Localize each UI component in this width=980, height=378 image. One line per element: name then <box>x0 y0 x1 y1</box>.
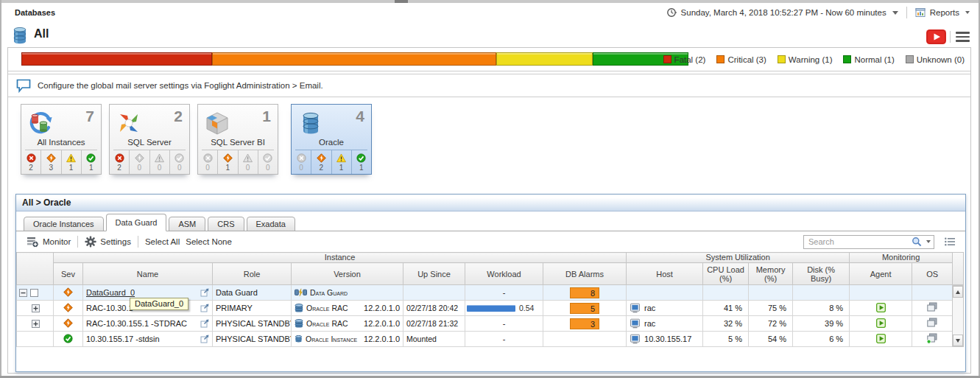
status-count: 3 <box>49 164 54 172</box>
version-cell: Oracle RAC 12.2.0.1.0 <box>292 301 403 316</box>
up-since-cell: Mounted <box>403 332 465 347</box>
tab-crs[interactable]: CRS <box>208 217 244 231</box>
agent-icon[interactable] <box>876 334 886 343</box>
column-header-version[interactable]: Version <box>292 263 403 285</box>
search-box <box>803 235 934 249</box>
search-input[interactable] <box>807 237 909 247</box>
table-row: RAC-10.30.155.1 -STDRAC PHYSICAL STANDBY… <box>17 316 953 332</box>
window-top-edge <box>0 0 980 3</box>
column-header-db-alarms[interactable]: DB Alarms <box>543 263 627 285</box>
tile-sql-server[interactable]: 2 SQL Server 2 0 0 0 <box>109 104 190 175</box>
row-checkbox[interactable] <box>30 289 38 297</box>
column-header-agent[interactable]: Agent <box>850 263 912 285</box>
column-header-sev[interactable]: Sev <box>54 263 83 285</box>
tab-exadata[interactable]: Exadata <box>247 217 295 231</box>
warning-swatch-icon <box>778 55 786 63</box>
select-all-button[interactable]: Select All <box>142 237 183 246</box>
expand-icon[interactable] <box>32 304 40 312</box>
collapse-icon[interactable] <box>19 289 27 297</box>
version-cell: Oracle Instance 12.2.0.1.0 <box>292 332 403 347</box>
scroll-up-button[interactable] <box>953 286 963 298</box>
reports-caret-icon[interactable] <box>965 11 970 14</box>
up-since-cell: 02/27/18 20:42 <box>403 301 465 316</box>
workload-bar <box>467 305 515 312</box>
severity-cell <box>54 301 83 316</box>
external-link-icon[interactable] <box>200 304 209 312</box>
select-none-button[interactable]: Select None <box>183 237 235 246</box>
column-header-workload[interactable]: Workload <box>465 263 543 285</box>
oracle-rac-icon <box>295 319 303 328</box>
status-cell-warning: 1 <box>61 150 81 174</box>
status-count: 2 <box>117 164 121 172</box>
content-frame: Fatal (2) Critical (3) Warning (1) Norma… <box>7 47 971 374</box>
tile-all-instances[interactable]: 7 All Instances 2 3 1 1 <box>21 104 102 175</box>
header-filler <box>952 252 964 285</box>
expand-icon[interactable] <box>32 320 40 328</box>
search-caret-icon[interactable] <box>926 240 931 243</box>
tile-statuses: 2 3 1 1 <box>21 150 101 174</box>
monitor-icon <box>27 236 39 248</box>
os-cell <box>912 285 953 301</box>
os-icon[interactable] <box>926 333 938 344</box>
sql-server-bi-icon <box>204 110 230 136</box>
instance-name-link[interactable]: RAC-10.30.155.1 -STDRAC <box>86 319 197 328</box>
status-count: 2 <box>320 164 324 172</box>
os-icon[interactable] <box>926 318 938 329</box>
customize-icon[interactable] <box>944 237 956 247</box>
tile-count: 2 <box>174 108 183 125</box>
external-link-icon[interactable] <box>200 319 209 328</box>
message-icon <box>16 79 31 93</box>
column-header-up-since[interactable]: Up Since <box>403 263 465 285</box>
db-alarms-badge[interactable]: 8 <box>570 287 599 298</box>
tab-oracle-instances[interactable]: Oracle Instances <box>24 217 104 231</box>
tab-bar: Oracle InstancesData GuardASMCRSExadata <box>16 211 965 231</box>
tile-sql-server-bi[interactable]: 1 SQL Server BI 0 1 0 0 <box>197 104 278 175</box>
vertical-scrollbar[interactable] <box>952 285 964 347</box>
external-link-icon[interactable] <box>200 335 209 343</box>
db-alarms-badge[interactable]: 3 <box>570 318 599 329</box>
settings-button[interactable]: Settings <box>82 236 134 248</box>
search-icon[interactable] <box>912 237 922 247</box>
column-header-role[interactable]: Role <box>213 263 292 285</box>
normal-icon <box>356 153 366 163</box>
external-link-icon[interactable] <box>200 288 209 297</box>
tab-data-guard[interactable]: Data Guard <box>106 214 167 231</box>
reports-button[interactable]: Reports <box>930 8 959 17</box>
agent-icon[interactable] <box>876 318 886 328</box>
tab-asm[interactable]: ASM <box>169 217 205 231</box>
status-cell-critical: 3 <box>40 150 60 174</box>
column-header-os[interactable]: OS <box>912 263 953 285</box>
os-cell <box>912 316 953 332</box>
version-cell: Oracle RAC 12.2.0.1.0 <box>292 316 403 332</box>
fatal-icon <box>203 153 213 163</box>
video-icon[interactable] <box>926 29 946 44</box>
menu-icon[interactable] <box>954 30 971 43</box>
warning-bar-segment[interactable] <box>496 52 592 66</box>
status-cell-critical: 0 <box>129 150 149 174</box>
tile-oracle[interactable]: 4 Oracle 0 2 1 1 <box>291 104 372 175</box>
column-header-cpu-load-[interactable]: CPU Load (%) <box>703 263 749 285</box>
instance-name-link[interactable]: DataGuard_0 <box>86 288 197 297</box>
column-header-host[interactable]: Host <box>627 263 703 285</box>
column-header-memory-[interactable]: Memory (%) <box>749 263 793 285</box>
admin-message-row: Configure the global mail server setting… <box>8 74 970 97</box>
status-count: 1 <box>69 164 74 172</box>
monitor-button[interactable]: Monitor <box>24 236 74 248</box>
fatal-bar-segment[interactable] <box>21 52 212 66</box>
name-tooltip: DataGuard_0 <box>130 298 188 310</box>
product-name: Oracle RAC <box>306 319 348 328</box>
instance-name-link[interactable]: 10.30.155.17 -stdsin <box>86 335 197 343</box>
scroll-down-button[interactable] <box>953 335 963 346</box>
agent-icon[interactable] <box>876 303 886 312</box>
time-range-label[interactable]: Sunday, March 4, 2018 10:52:27 PM - Now … <box>681 8 886 17</box>
tile-count: 1 <box>262 108 271 125</box>
memory-cell <box>749 285 793 301</box>
time-range-caret-icon[interactable] <box>892 11 898 15</box>
agent-cell <box>850 332 912 347</box>
column-header-name[interactable]: Name <box>83 263 213 285</box>
breadcrumb[interactable]: Databases <box>15 8 55 17</box>
column-header-disk-busy-[interactable]: Disk (% Busy) <box>793 263 850 285</box>
os-icon[interactable] <box>926 302 938 313</box>
db-alarms-badge[interactable]: 5 <box>570 303 599 314</box>
critical-bar-segment[interactable] <box>212 52 497 66</box>
